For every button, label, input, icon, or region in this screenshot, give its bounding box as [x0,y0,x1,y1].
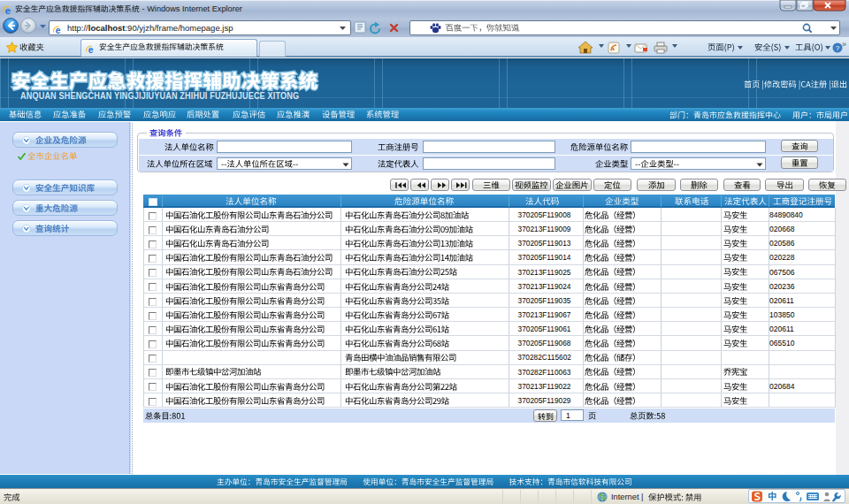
svg-text:?: ? [836,44,840,52]
